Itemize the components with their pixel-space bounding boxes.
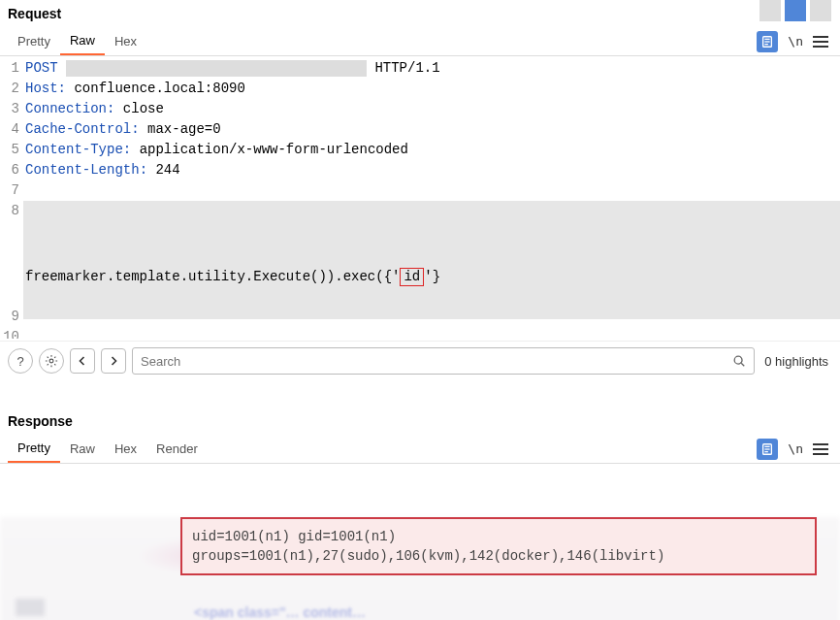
highlight-count: 0 highlights — [760, 354, 832, 369]
code-area[interactable]: POST HTTP/1.1 Host: confluence.local:809… — [23, 56, 840, 341]
masked-path — [66, 60, 367, 77]
win-btn-3[interactable] — [810, 0, 831, 21]
prev-button[interactable] — [70, 348, 95, 374]
search-toolbar: ? 0 highlights — [0, 341, 840, 380]
resp-tab-hex[interactable]: Hex — [105, 436, 146, 462]
window-controls — [759, 0, 832, 21]
output-line-1: uid=1001(n1) gid=1001(n1) — [192, 527, 805, 546]
win-btn-1[interactable] — [759, 0, 781, 21]
search-icon[interactable] — [732, 354, 746, 368]
response-title: Response — [0, 408, 840, 435]
svg-point-4 — [49, 359, 53, 363]
line-gutter: 1 2 3 4 5 6 7 8 9 10 — [0, 56, 23, 341]
resp-tab-raw[interactable]: Raw — [60, 436, 105, 462]
doc-icon[interactable] — [757, 31, 778, 52]
resp-newline-toggle[interactable]: \n — [788, 441, 803, 456]
response-body[interactable]: uid=1001(n1) gid=1001(n1) groups=1001(n1… — [0, 517, 840, 620]
request-tabbar: Pretty Raw Hex \n — [0, 27, 840, 56]
help-icon[interactable]: ? — [8, 348, 33, 374]
search-box[interactable] — [132, 347, 755, 375]
response-tabbar: Pretty Raw Hex Render \n — [0, 435, 840, 464]
command-output-highlight: uid=1001(n1) gid=1001(n1) groups=1001(n1… — [180, 517, 817, 575]
resp-doc-icon[interactable] — [757, 439, 778, 460]
svg-point-5 — [734, 356, 742, 364]
blurred-trailing: <span class="… content… — [0, 575, 840, 620]
win-btn-2[interactable] — [785, 0, 806, 21]
gear-icon[interactable] — [39, 348, 64, 374]
request-editor[interactable]: 1 2 3 4 5 6 7 8 9 10 POST HTTP/1.1 Host:… — [0, 56, 840, 341]
request-body[interactable]: freemarker.template.utility.Execute()).e… — [23, 201, 840, 287]
svg-line-6 — [741, 363, 744, 366]
command-highlight: id — [400, 268, 424, 286]
search-input[interactable] — [141, 354, 732, 369]
next-button[interactable] — [101, 348, 126, 374]
tab-hex[interactable]: Hex — [105, 28, 146, 54]
resp-tab-render[interactable]: Render — [146, 436, 208, 462]
resp-tab-pretty[interactable]: Pretty — [8, 435, 60, 463]
output-line-2: groups=1001(n1),27(sudo),106(kvm),142(do… — [192, 546, 805, 566]
tab-pretty[interactable]: Pretty — [8, 28, 60, 54]
menu-icon[interactable] — [813, 36, 828, 48]
tab-raw[interactable]: Raw — [60, 27, 105, 55]
resp-menu-icon[interactable] — [813, 443, 828, 455]
request-title: Request — [0, 0, 840, 27]
newline-toggle[interactable]: \n — [788, 34, 803, 49]
